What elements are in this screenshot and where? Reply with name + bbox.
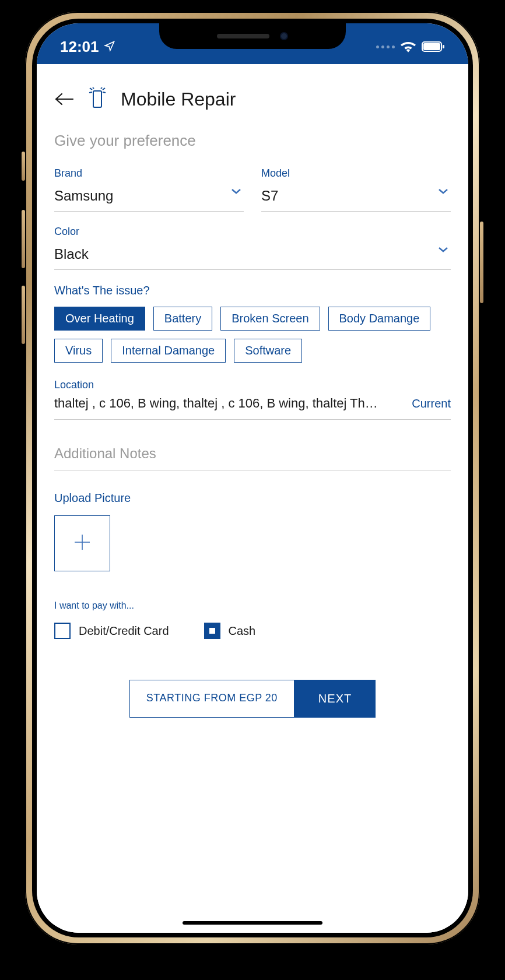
battery-icon	[422, 41, 445, 52]
issue-label: What's The issue?	[54, 284, 451, 297]
payment-label: Debit/Credit Card	[79, 624, 169, 638]
wifi-icon	[401, 41, 416, 52]
content: Mobile Repair Give your preference Brand…	[37, 64, 468, 933]
color-select[interactable]: Black	[54, 243, 451, 270]
payment-option[interactable]: Cash	[204, 623, 256, 639]
upload-label: Upload Picture	[54, 491, 451, 505]
subtitle: Give your preference	[54, 132, 451, 150]
price-label: STARTING FROM EGP 20	[129, 680, 294, 718]
location-label: Location	[54, 379, 94, 391]
back-button[interactable]	[54, 92, 74, 106]
upload-picture-button[interactable]	[54, 515, 110, 571]
issue-chip[interactable]: Internal Damange	[111, 339, 226, 363]
side-button	[22, 210, 25, 268]
current-location-link[interactable]: Current	[412, 397, 451, 410]
model-select[interactable]: S7	[261, 184, 451, 212]
page-title: Mobile Repair	[121, 89, 236, 110]
home-indicator[interactable]	[183, 921, 322, 925]
issue-chip[interactable]: Battery	[153, 307, 212, 331]
brand-label: Brand	[54, 167, 244, 180]
page-dots-icon	[376, 45, 395, 48]
next-button[interactable]: NEXT	[294, 680, 376, 718]
notes-placeholder: Additional Notes	[54, 445, 156, 461]
issue-chip[interactable]: Broken Screen	[220, 307, 320, 331]
color-label: Color	[54, 226, 451, 238]
color-value: Black	[54, 246, 89, 262]
payment-checkbox[interactable]	[54, 623, 71, 639]
chevron-down-icon	[231, 188, 241, 195]
svg-rect-1	[423, 43, 440, 50]
payment-option[interactable]: Debit/Credit Card	[54, 623, 169, 639]
brand-value: Samsung	[54, 188, 113, 203]
brand-select[interactable]: Samsung	[54, 184, 244, 212]
phone-frame: 12:01	[25, 12, 480, 944]
chevron-down-icon	[438, 188, 448, 195]
svg-rect-2	[443, 45, 444, 48]
issue-chip[interactable]: Software	[234, 339, 302, 363]
plus-icon	[72, 532, 92, 554]
side-button	[22, 152, 25, 181]
location-services-icon	[104, 38, 115, 56]
notch	[159, 23, 346, 49]
issue-chip[interactable]: Over Heating	[54, 307, 145, 331]
status-time: 12:01	[60, 38, 99, 56]
payment-options: Debit/Credit CardCash	[54, 623, 451, 639]
model-label: Model	[261, 167, 451, 180]
location-value[interactable]: thaltej , c 106, B wing, thaltej , c 106…	[54, 396, 406, 411]
chevron-down-icon	[438, 246, 448, 253]
screen: 12:01	[37, 23, 468, 933]
issue-chips: Over HeatingBatteryBroken ScreenBody Dam…	[54, 307, 451, 363]
svg-rect-3	[93, 91, 101, 107]
payment-label: Cash	[229, 624, 256, 638]
model-value: S7	[261, 188, 278, 203]
notes-input[interactable]: Additional Notes	[54, 443, 451, 470]
mobile-repair-icon	[87, 87, 108, 111]
payment-checkbox[interactable]	[204, 623, 220, 639]
side-button	[480, 222, 483, 303]
front-camera	[280, 32, 288, 40]
payment-title: I want to pay with...	[54, 600, 451, 611]
side-button	[22, 286, 25, 344]
issue-chip[interactable]: Virus	[54, 339, 103, 363]
issue-chip[interactable]: Body Damange	[328, 307, 431, 331]
speaker	[217, 34, 269, 38]
